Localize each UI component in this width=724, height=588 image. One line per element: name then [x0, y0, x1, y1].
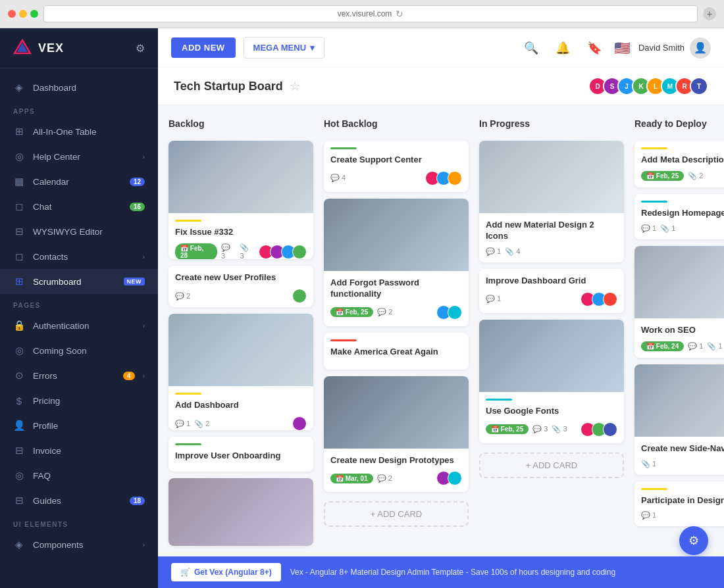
sidebar-item-calendar[interactable]: ▦ Calendar 12 — [0, 169, 158, 194]
errors-badge: 4 — [123, 372, 135, 380]
card-meta: 💬 1 📎 4 — [486, 247, 617, 256]
card-add-dashboard[interactable]: Add Dashboard 💬 1 📎 2 — [168, 314, 313, 430]
pricing-icon: $ — [13, 395, 25, 406]
column-header: Ready to Deploy — [634, 116, 724, 134]
card-image — [324, 376, 469, 449]
card-image — [168, 478, 313, 546]
search-icon[interactable]: 🔍 — [519, 36, 543, 60]
sidebar-item-guides[interactable]: ⊟ Guides 18 — [0, 488, 158, 513]
mega-menu-button[interactable]: MEGA MENU ▾ — [244, 37, 324, 59]
sidebar-item-errors[interactable]: ⊙ Errors 4 › — [0, 363, 158, 388]
card-avatars — [259, 245, 307, 259]
card-fix-issue[interactable]: Fix Issue #332 📅 Feb, 28 💬 3 📎 3 — [168, 141, 313, 259]
card-side-navigation[interactable]: Create new Side-Navigation 📎 1 — [634, 364, 724, 475]
sidebar-item-contacts[interactable]: ◻ Contacts › — [0, 244, 158, 269]
card-google-fonts[interactable]: Use Google Fonts 📅 Feb, 25 💬 3 📎 3 — [479, 320, 624, 443]
sidebar-item-label: Calendar — [33, 177, 122, 187]
clock-icon: ◎ — [13, 345, 25, 356]
sidebar-item-help-center[interactable]: ◎ Help Center › — [0, 144, 158, 169]
card-avatar — [448, 305, 462, 320]
card-stat: 📎 4 — [505, 247, 520, 256]
pages-section-label: PAGES — [0, 294, 158, 313]
sidebar-item-pricing[interactable]: $ Pricing — [0, 388, 158, 413]
sidebar-item-coming-soon[interactable]: ◎ Coming Soon — [0, 338, 158, 363]
card-title: Create new Design Prototypes — [330, 455, 462, 466]
notification-icon[interactable]: 🔔 — [551, 36, 575, 60]
card-meta: 💬 1 📎 1 — [641, 224, 724, 233]
sidebar: VEX ⚙ ◈ Dashboard APPS ⊞ All-In-One Tabl… — [0, 28, 158, 588]
card-avatars — [292, 289, 307, 303]
sidebar-item-label: Errors — [33, 371, 115, 381]
add-card-button-hot-backlog[interactable]: + ADD CARD — [324, 501, 469, 527]
user-menu[interactable]: David Smith 👤 — [638, 37, 711, 59]
sidebar-item-label: FAQ — [33, 471, 145, 481]
card-accent — [330, 339, 357, 341]
guides-badge: 18 — [130, 497, 145, 505]
card-accent — [330, 147, 357, 149]
new-badge: NEW — [124, 278, 145, 285]
username: David Smith — [638, 43, 685, 53]
card-meta-description[interactable]: Add Meta Description 📅 Feb, 25 📎 2 — [634, 141, 724, 187]
card-improve-onboarding[interactable]: Improve User Onboarding — [168, 437, 313, 472]
sidebar-item-profile[interactable]: 👤 Profile — [0, 413, 158, 438]
card-title: Use Google Fonts — [486, 406, 617, 417]
logo-icon — [13, 39, 32, 57]
refresh-icon[interactable]: ↻ — [396, 9, 403, 19]
sidebar-item-wysiwyg[interactable]: ⊟ WYSIWYG Editor — [0, 219, 158, 244]
language-flag[interactable]: 🇺🇸 — [614, 40, 631, 56]
card-dashboard-grid[interactable]: Improve Dashboard Grid 💬 1 — [479, 269, 624, 313]
sidebar-item-dashboard[interactable]: ◈ Dashboard — [0, 75, 158, 100]
sidebar-item-scrumboard[interactable]: ⊞ Scrumboard NEW — [0, 269, 158, 294]
sidebar-item-faq[interactable]: ◎ FAQ — [0, 463, 158, 488]
add-new-button[interactable]: ADD NEW — [171, 37, 236, 58]
sidebar-item-invoice[interactable]: ⊟ Invoice — [0, 438, 158, 463]
help-icon: ◎ — [13, 151, 25, 162]
card-meta: 📅 Feb, 25 💬 2 — [330, 305, 462, 320]
card-avatar — [448, 171, 462, 185]
card-make-america[interactable]: Make America Great Again — [324, 333, 469, 370]
new-tab-button[interactable]: + — [703, 7, 716, 20]
bookmark-icon[interactable]: 🔖 — [582, 36, 606, 60]
card-stat: 💬 3 — [221, 243, 236, 259]
sidebar-nav: ◈ Dashboard APPS ⊞ All-In-One Table ◎ He… — [0, 68, 158, 588]
card-accent — [641, 488, 667, 490]
add-card-button-in-progress[interactable]: + ADD CARD — [479, 453, 624, 478]
card-design-prototypes[interactable]: Create new Design Prototypes 📅 Mar, 01 💬… — [324, 376, 469, 493]
fab-button[interactable]: ⚙ — [679, 526, 708, 555]
card-meta: 💬 4 — [330, 171, 462, 185]
sidebar-item-components[interactable]: ◈ Components › — [0, 532, 158, 557]
card-backlog-img[interactable] — [168, 478, 313, 546]
minimize-button[interactable] — [19, 10, 27, 18]
sidebar-header: VEX ⚙ — [0, 28, 158, 68]
sidebar-item-label: Profile — [33, 421, 145, 431]
get-vex-button[interactable]: 🛒 Get Vex (Angular 8+) — [171, 563, 281, 581]
card-stat: 📎 1 — [707, 342, 722, 351]
sidebar-item-chat[interactable]: ◻ Chat 16 — [0, 194, 158, 219]
sidebar-item-label: Chat — [33, 202, 122, 212]
card-seo[interactable]: Work on SEO 📅 Feb, 24 💬 1 📎 1 — [634, 246, 724, 358]
url-text: vex.visurel.com — [338, 9, 392, 18]
card-forgot-password[interactable]: Add Forgot Password functionality 📅 Feb,… — [324, 199, 469, 326]
sidebar-settings-icon[interactable]: ⚙ — [136, 42, 145, 55]
card-accent — [486, 399, 512, 401]
card-support-center[interactable]: Create Support Center 💬 4 — [324, 141, 469, 192]
card-avatar — [292, 289, 307, 303]
app-container: VEX ⚙ ◈ Dashboard APPS ⊞ All-In-One Tabl… — [0, 28, 724, 588]
star-icon[interactable]: ☆ — [290, 79, 300, 93]
sidebar-item-all-in-one-table[interactable]: ⊞ All-In-One Table — [0, 119, 158, 144]
maximize-button[interactable] — [30, 10, 38, 18]
card-create-profiles[interactable]: Create new User Profiles 💬 2 — [168, 266, 313, 307]
sidebar-item-authentication[interactable]: 🔒 Authentication › — [0, 313, 158, 338]
address-bar[interactable]: vex.visurel.com ↻ — [43, 5, 698, 22]
card-avatar — [448, 471, 462, 485]
card-design-contest[interactable]: Participate in Design Conte... 💬 1 — [634, 481, 724, 527]
sidebar-item-label: Coming Soon — [33, 346, 145, 356]
chat-icon: ◻ — [13, 201, 25, 212]
close-button[interactable] — [8, 10, 16, 18]
card-material-icons[interactable]: Add new Material Design 2 Icons 💬 1 📎 4 — [479, 141, 624, 262]
sidebar-item-label: Components — [33, 540, 135, 550]
card-redesign-homepage[interactable]: Redesign Homepage 💬 1 📎 1 — [634, 194, 724, 239]
bottom-bar: 🛒 Get Vex (Angular 8+) Vex - Angular 8+ … — [158, 556, 724, 588]
card-title: Improve User Onboarding — [175, 451, 307, 462]
card-avatar — [603, 422, 617, 437]
